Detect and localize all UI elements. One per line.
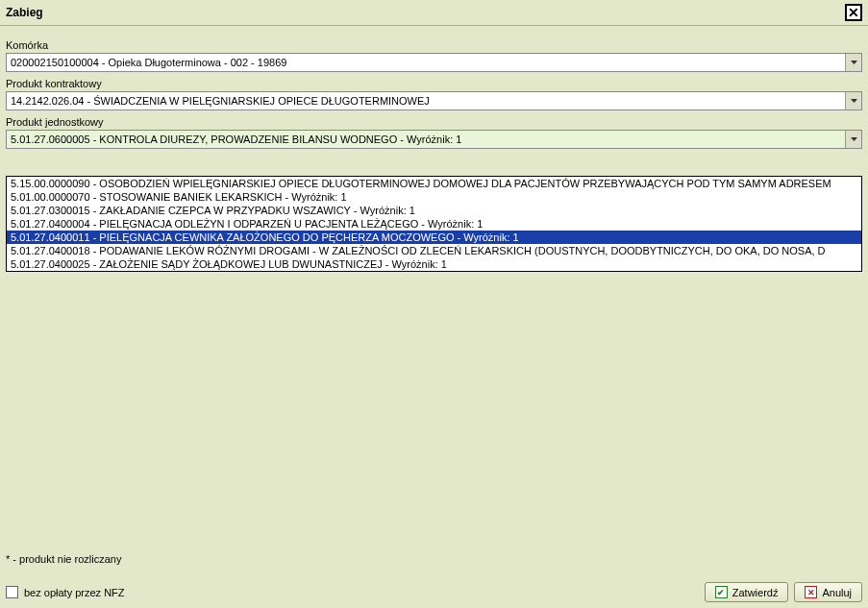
dropdown-item[interactable]: 5.01.27.0400018 - PODAWANIE LEKÓW RÓŻNYM… <box>7 244 861 257</box>
footer: * - produkt nie rozliczany bez opłaty pr… <box>0 547 868 608</box>
cancel-button[interactable]: ✕ Anuluj <box>794 582 862 602</box>
form-area: Komórka 020002150100004 - Opieka Długote… <box>0 26 868 268</box>
check-icon: ✔ <box>715 586 728 598</box>
dropdown-item[interactable]: 5.15.00.0000090 - OSOBODZIEŃ WPIELĘGNIAR… <box>7 177 861 190</box>
svg-marker-0 <box>851 61 857 64</box>
confirm-label: Zatwierdź <box>732 587 779 598</box>
cancel-label: Anuluj <box>822 587 852 598</box>
svg-marker-2 <box>851 137 857 141</box>
x-icon: ✕ <box>805 586 817 598</box>
chevron-down-icon[interactable] <box>845 131 861 148</box>
close-icon: ✕ <box>848 7 859 18</box>
dropdown-item[interactable]: 5.01.27.0400004 - PIELĘGNACJA ODLEŻYN I … <box>7 217 861 231</box>
select-produkt-jednostkowy[interactable]: 5.01.27.0600005 - KONTROLA DIUREZY, PROW… <box>6 130 862 149</box>
label-produkt-kontraktowy: Produkt kontraktowy <box>6 78 862 89</box>
footer-bar: bez opłaty przez NFZ ✔ Zatwierdź ✕ Anulu… <box>6 582 862 602</box>
chevron-down-icon[interactable] <box>845 92 861 109</box>
svg-marker-1 <box>851 99 857 103</box>
select-produkt-jednostkowy-value: 5.01.27.0600005 - KONTROLA DIUREZY, PROW… <box>11 134 845 145</box>
titlebar: Zabieg ✕ <box>0 0 868 26</box>
checkbox-icon[interactable] <box>6 586 18 598</box>
dialog-title: Zabieg <box>6 6 43 19</box>
label-komorka: Komórka <box>6 39 862 51</box>
checkbox-bez-oplaty[interactable]: bez opłaty przez NFZ <box>6 586 125 598</box>
label-produkt-jednostkowy: Produkt jednostkowy <box>6 116 862 128</box>
select-produkt-kontraktowy[interactable]: 14.2142.026.04 - ŚWIADCZENIA W PIELĘGNIA… <box>6 91 862 110</box>
close-button[interactable]: ✕ <box>845 4 862 21</box>
dropdown-item[interactable]: 5.01.27.0400025 - ZAŁOŻENIE SĄDY ŻOŁĄDKO… <box>7 257 861 271</box>
dropdown-item[interactable]: 5.01.27.0400011 - PIELĘGNACJA CEWNIKA ZA… <box>7 231 861 244</box>
chevron-down-icon[interactable] <box>845 54 861 71</box>
checkbox-label: bez opłaty przez NFZ <box>24 587 125 598</box>
dropdown-item[interactable]: 5.01.27.0300015 - ZAKŁADANIE CZEPCA W PR… <box>7 204 861 217</box>
confirm-button[interactable]: ✔ Zatwierdź <box>705 582 789 602</box>
select-produkt-kontraktowy-value: 14.2142.026.04 - ŚWIADCZENIA W PIELĘGNIA… <box>11 95 845 107</box>
select-komorka-value: 020002150100004 - Opieka Długoterminowa … <box>11 57 845 68</box>
button-row: ✔ Zatwierdź ✕ Anuluj <box>705 582 862 602</box>
select-komorka[interactable]: 020002150100004 - Opieka Długoterminowa … <box>6 53 862 72</box>
dropdown-item[interactable]: 5.01.00.0000070 - STOSOWANIE BANIEK LEKA… <box>7 190 861 204</box>
dropdown-produkt-jednostkowy[interactable]: 5.15.00.0000090 - OSOBODZIEŃ WPIELĘGNIAR… <box>6 176 862 272</box>
footer-note: * - produkt nie rozliczany <box>6 553 862 565</box>
